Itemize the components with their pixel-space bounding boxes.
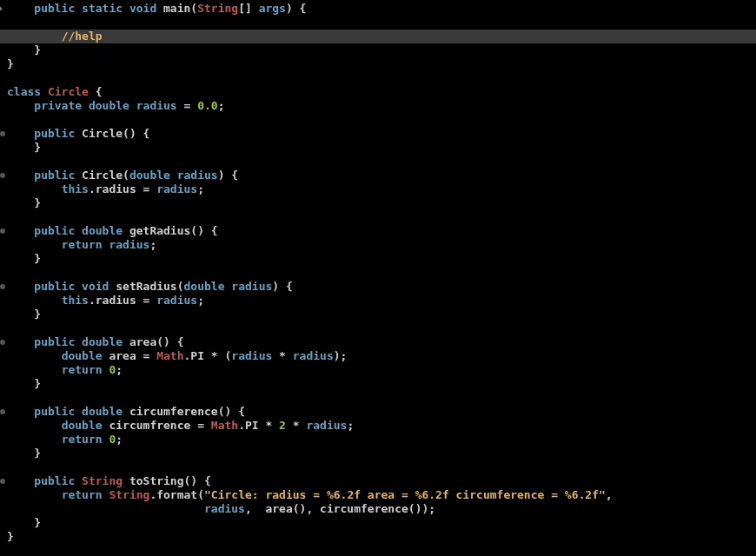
code-line[interactable]: return String.format("Circle: radius = %… — [0, 488, 756, 502]
code-line[interactable] — [0, 266, 756, 280]
token-id: toString — [129, 474, 184, 487]
code-line[interactable] — [0, 16, 756, 30]
token-num: 0.0 — [197, 99, 217, 112]
code-content[interactable]: } — [7, 530, 756, 544]
code-line[interactable]: public double getRadius() { — [0, 224, 756, 238]
code-content[interactable]: public Circle() { — [7, 127, 756, 141]
code-line[interactable]: this.radius = radius; — [0, 182, 756, 196]
code-line[interactable]: public double circumference() { — [0, 405, 756, 419]
fold-marker-icon[interactable] — [0, 340, 5, 345]
indent — [7, 516, 34, 529]
token-pn: } — [34, 308, 41, 321]
code-line[interactable]: class Circle { — [0, 85, 756, 99]
code-line[interactable]: } — [0, 196, 756, 210]
code-content[interactable]: public void setRadius(double radius) { — [7, 280, 756, 294]
fold-marker-icon[interactable] — [0, 173, 5, 178]
fold-marker-icon[interactable] — [0, 284, 5, 289]
code-line[interactable]: return 0; — [0, 363, 756, 377]
token-var: radius — [306, 419, 347, 432]
code-content[interactable]: } — [7, 43, 756, 57]
code-line[interactable]: } — [0, 530, 756, 544]
code-line[interactable]: public Circle() { — [0, 127, 756, 141]
code-line[interactable]: } — [0, 308, 756, 321]
code-line[interactable]: return 0; — [0, 433, 756, 447]
code-content[interactable]: } — [7, 196, 756, 210]
token-kw: public — [34, 2, 82, 15]
code-content[interactable]: radius, area(), circumference()); — [7, 502, 756, 516]
code-line[interactable] — [0, 391, 756, 405]
code-line[interactable] — [0, 460, 756, 474]
code-content[interactable]: } — [7, 308, 756, 321]
code-content[interactable]: double circumfrence = Math.PI * 2 * radi… — [7, 419, 756, 433]
token-pn: = — [177, 99, 197, 112]
code-content[interactable]: } — [7, 447, 756, 460]
fold-marker-icon[interactable] — [0, 479, 5, 484]
code-line[interactable]: } — [0, 57, 756, 71]
token-pn: (), — [293, 502, 320, 515]
code-line[interactable]: public static void main(String[] args) { — [0, 2, 756, 16]
fold-arrow-icon[interactable] — [0, 5, 3, 12]
code-content[interactable]: class Circle { — [7, 85, 756, 99]
code-content[interactable]: return 0; — [7, 363, 756, 377]
code-line[interactable]: double circumfrence = Math.PI * 2 * radi… — [0, 419, 756, 433]
code-content[interactable]: double area = Math.PI * (radius * radius… — [7, 349, 756, 363]
code-line[interactable] — [0, 113, 756, 127]
indent — [7, 252, 34, 265]
code-content[interactable]: return radius; — [7, 238, 756, 252]
token-pn: * ( — [204, 349, 231, 362]
code-content[interactable]: } — [7, 252, 756, 266]
code-line[interactable]: } — [0, 252, 756, 266]
token-pn: } — [34, 141, 41, 154]
code-line[interactable]: public Circle(double radius) { — [0, 169, 756, 182]
code-content[interactable]: public double getRadius() { — [7, 224, 756, 238]
token-pn: . — [89, 182, 96, 195]
token-pn: () { — [190, 224, 217, 237]
code-content[interactable]: return 0; — [7, 433, 756, 447]
code-line[interactable]: } — [0, 141, 756, 155]
code-editor[interactable]: public static void main(String[] args) {… — [0, 0, 756, 544]
code-line[interactable] — [0, 155, 756, 169]
token-var: radius — [156, 182, 197, 195]
fold-marker-icon[interactable] — [0, 409, 5, 414]
code-line[interactable]: public String toString() { — [0, 474, 756, 488]
code-content[interactable]: public static void main(String[] args) { — [7, 2, 756, 16]
fold-marker-icon[interactable] — [0, 228, 5, 234]
code-line[interactable]: double area = Math.PI * (radius * radius… — [0, 349, 756, 363]
code-line[interactable]: private double radius = 0.0; — [0, 99, 756, 113]
code-line[interactable]: } — [0, 43, 756, 57]
token-id: circumference — [129, 405, 218, 418]
code-content[interactable]: } — [7, 57, 756, 71]
code-content[interactable]: public Circle(double radius) { — [7, 169, 756, 182]
code-line[interactable]: public void setRadius(double radius) { — [0, 280, 756, 294]
code-line[interactable]: radius, area(), circumference()); — [0, 502, 756, 516]
code-line[interactable]: } — [0, 516, 756, 530]
token-id: PI — [245, 419, 259, 432]
code-content[interactable]: return String.format("Circle: radius = %… — [7, 488, 756, 502]
code-line[interactable]: this.radius = radius; — [0, 294, 756, 308]
code-line[interactable]: //help — [0, 30, 756, 43]
code-content[interactable]: public double area() { — [7, 335, 756, 349]
token-pn: } — [34, 447, 41, 460]
code-content[interactable]: this.radius = radius; — [7, 294, 756, 308]
code-content[interactable]: } — [7, 377, 756, 391]
code-line[interactable]: } — [0, 377, 756, 391]
code-content[interactable]: public String toString() { — [7, 474, 756, 488]
code-line[interactable] — [0, 210, 756, 224]
code-content[interactable]: //help — [7, 30, 756, 43]
token-id: circumfrence — [109, 419, 190, 432]
code-content[interactable]: } — [7, 516, 756, 530]
code-content[interactable]: private double radius = 0.0; — [7, 99, 756, 113]
code-line[interactable] — [0, 71, 756, 85]
fold-marker-icon[interactable] — [0, 131, 5, 136]
code-content[interactable]: this.radius = radius; — [7, 182, 756, 196]
code-line[interactable]: return radius; — [0, 238, 756, 252]
code-line[interactable] — [0, 321, 756, 335]
token-pn: } — [34, 516, 41, 529]
code-line[interactable]: public double area() { — [0, 335, 756, 349]
code-content[interactable]: public double circumference() { — [7, 405, 756, 419]
code-content[interactable]: } — [7, 141, 756, 155]
token-kw: double — [82, 335, 129, 348]
code-line[interactable]: } — [0, 447, 756, 460]
token-pn: } — [34, 43, 41, 56]
token-str: "Circle: radius = %6.2f area = %6.2f cir… — [204, 488, 606, 501]
